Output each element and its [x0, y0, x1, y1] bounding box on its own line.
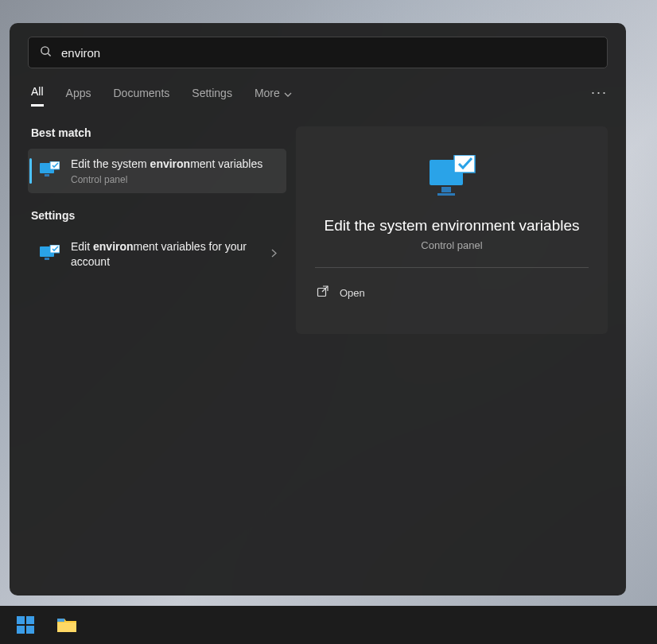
- tab-apps[interactable]: Apps: [66, 87, 91, 106]
- svg-line-1: [48, 53, 50, 56]
- search-input[interactable]: [61, 46, 596, 60]
- svg-rect-10: [437, 193, 455, 196]
- filter-tabs: All Apps Documents Settings More ···: [31, 84, 608, 107]
- detail-title: Edit the system environment variables: [315, 217, 589, 235]
- svg-rect-16: [17, 626, 25, 634]
- tab-more-label: More: [255, 87, 280, 99]
- action-open[interactable]: Open: [315, 281, 589, 305]
- result-edit-system-env[interactable]: Edit the system environment variables Co…: [28, 149, 286, 193]
- tab-documents[interactable]: Documents: [113, 87, 169, 106]
- svg-rect-17: [26, 626, 34, 634]
- result-title: Edit environment variables for your acco…: [71, 239, 271, 270]
- svg-rect-11: [454, 155, 475, 173]
- svg-rect-15: [26, 616, 34, 624]
- section-best-match: Best match: [31, 126, 286, 139]
- tab-all[interactable]: All: [31, 85, 44, 107]
- result-edit-account-env[interactable]: Edit environment variables for your acco…: [28, 231, 286, 278]
- svg-rect-18: [57, 623, 76, 632]
- search-icon: [40, 45, 52, 60]
- more-options-button[interactable]: ···: [591, 84, 608, 107]
- svg-line-13: [322, 286, 328, 292]
- start-button[interactable]: [10, 609, 41, 641]
- tab-more[interactable]: More: [255, 87, 292, 106]
- result-text: Edit the system environment variables Co…: [71, 157, 277, 185]
- detail-subtitle: Control panel: [315, 239, 589, 251]
- chevron-down-icon: [284, 87, 292, 99]
- results-area: Best match Edit the system environment v…: [28, 126, 608, 334]
- section-settings: Settings: [31, 209, 286, 222]
- detail-icon: [315, 155, 589, 198]
- divider: [315, 267, 589, 268]
- file-explorer-button[interactable]: [51, 609, 83, 641]
- svg-rect-19: [57, 619, 64, 622]
- detail-panel: Edit the system environment variables Co…: [296, 126, 608, 334]
- results-list: Best match Edit the system environment v…: [28, 126, 286, 334]
- svg-rect-9: [441, 187, 451, 192]
- open-external-icon: [317, 285, 328, 301]
- svg-rect-3: [45, 174, 49, 177]
- action-label: Open: [340, 287, 365, 299]
- result-text: Edit environment variables for your acco…: [71, 239, 271, 270]
- chevron-right-icon: [271, 249, 277, 260]
- monitor-check-icon: [37, 245, 61, 264]
- svg-rect-6: [45, 258, 49, 260]
- result-subtitle: Control panel: [71, 174, 277, 185]
- search-panel: All Apps Documents Settings More ··· Bes…: [10, 23, 626, 596]
- search-box[interactable]: [28, 37, 608, 68]
- taskbar: [0, 606, 657, 644]
- svg-point-0: [41, 46, 49, 53]
- tab-settings[interactable]: Settings: [192, 87, 232, 106]
- result-title: Edit the system environment variables: [71, 157, 277, 173]
- monitor-check-icon: [37, 161, 61, 180]
- svg-rect-14: [17, 616, 25, 624]
